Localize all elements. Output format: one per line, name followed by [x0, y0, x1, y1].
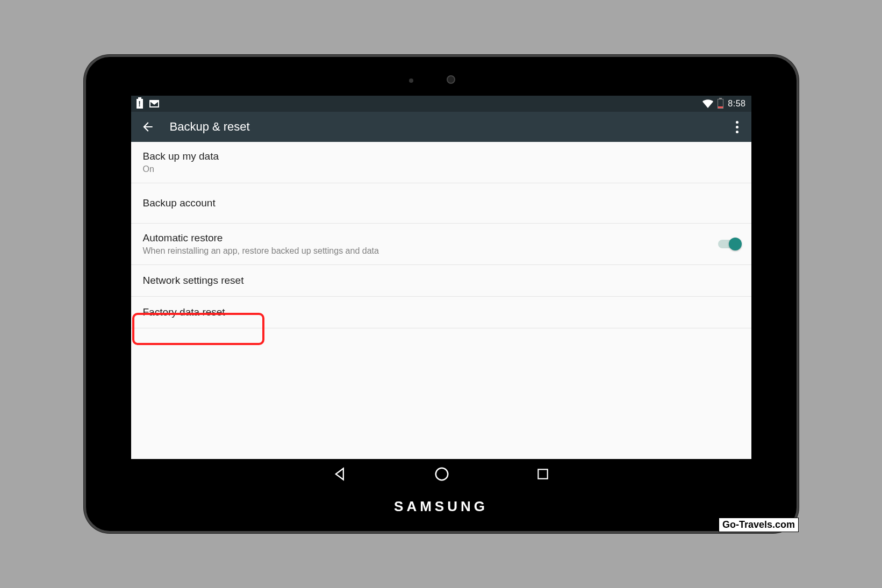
row-title: Back up my data	[143, 150, 219, 162]
status-bar: ! 8:58	[131, 96, 751, 112]
row-network-settings-reset[interactable]: Network settings reset	[131, 265, 751, 297]
status-clock: 8:58	[728, 99, 745, 109]
nav-home-icon[interactable]	[434, 466, 450, 482]
automatic-restore-toggle[interactable]	[718, 240, 740, 248]
brand-logo: SAMSUNG	[88, 498, 794, 515]
row-subtitle: When reinstalling an app, restore backed…	[143, 246, 379, 256]
sensor-dot	[409, 78, 413, 83]
app-bar-title: Backup & reset	[170, 120, 250, 134]
svg-point-0	[435, 468, 448, 480]
overflow-menu-icon[interactable]	[733, 118, 742, 137]
svg-rect-1	[538, 469, 547, 478]
battery-low-icon	[718, 99, 723, 109]
watermark: Go-Travels.com	[719, 518, 799, 532]
row-title: Automatic restore	[143, 232, 379, 244]
row-subtitle: On	[143, 164, 219, 174]
row-title: Network settings reset	[143, 275, 244, 286]
nav-back-icon[interactable]	[333, 467, 348, 482]
wifi-icon	[702, 99, 713, 108]
row-backup-my-data[interactable]: Back up my data On	[131, 142, 751, 183]
back-arrow-icon[interactable]	[141, 120, 155, 134]
tablet-bezel: ! 8:58 Backup & reset	[88, 59, 794, 529]
screen: ! 8:58 Backup & reset	[131, 96, 751, 459]
app-bar: Backup & reset	[131, 112, 751, 142]
tablet-frame: ! 8:58 Backup & reset	[84, 55, 799, 533]
settings-list: Back up my data On Backup account Automa…	[131, 142, 751, 459]
front-camera	[447, 75, 455, 84]
row-factory-data-reset[interactable]: Factory data reset	[131, 297, 751, 328]
android-nav-bar	[131, 459, 751, 489]
battery-alert-icon: !	[137, 99, 143, 109]
status-right: 8:58	[702, 99, 745, 109]
row-automatic-restore[interactable]: Automatic restore When reinstalling an a…	[131, 224, 751, 265]
row-backup-account[interactable]: Backup account	[131, 183, 751, 224]
mail-icon	[149, 100, 159, 107]
row-title: Factory data reset	[143, 306, 225, 318]
row-title: Backup account	[143, 197, 216, 209]
nav-recents-icon[interactable]	[536, 467, 550, 481]
status-left: !	[137, 99, 159, 109]
